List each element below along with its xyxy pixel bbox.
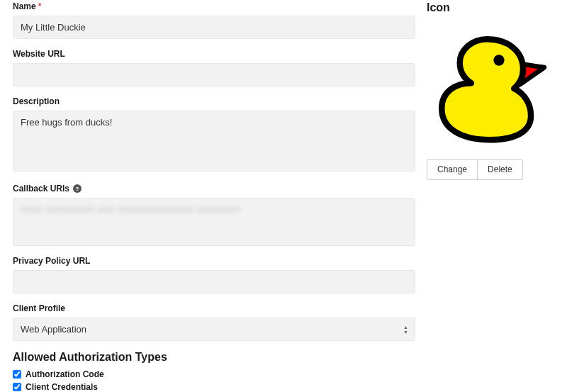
name-label: Name*	[13, 1, 415, 11]
client-profile-select[interactable]: Web Application	[13, 318, 415, 341]
callback-uris-field: Callback URIs ? #### ######### ### #####…	[13, 184, 415, 246]
redacted-callback-value: #### ######### ### ############## ######…	[21, 204, 240, 215]
callback-uris-textarea[interactable]: #### ######### ### ############## ######…	[13, 198, 415, 246]
privacy-policy-url-label: Privacy Policy URL	[13, 256, 415, 266]
auth-type-row-client-credentials: Client Credentials	[13, 382, 415, 392]
required-mark: *	[38, 1, 42, 11]
privacy-policy-url-field: Privacy Policy URL	[13, 256, 415, 293]
duck-icon	[427, 24, 547, 145]
name-input[interactable]	[13, 16, 415, 39]
description-label: Description	[13, 96, 415, 106]
client-profile-selected: Web Application	[21, 324, 86, 335]
icon-preview	[427, 24, 547, 145]
icon-button-group: Change Delete	[427, 159, 554, 180]
client-profile-field: Client Profile Web Application ▲▼	[13, 303, 415, 341]
auth-type-label-authorization-code: Authorization Code	[26, 369, 104, 379]
website-url-label: Website URL	[13, 49, 415, 59]
auth-type-checkbox-client-credentials[interactable]	[13, 383, 21, 391]
change-icon-button[interactable]: Change	[427, 159, 478, 180]
info-icon[interactable]: ?	[73, 184, 82, 193]
allowed-auth-types-heading: Allowed Authorization Types	[13, 351, 415, 364]
website-url-field: Website URL	[13, 49, 415, 86]
description-field: Description Free hugs from ducks!	[13, 96, 415, 174]
delete-icon-button[interactable]: Delete	[477, 159, 523, 180]
auth-type-checkbox-authorization-code[interactable]	[13, 370, 21, 379]
privacy-policy-url-input[interactable]	[13, 270, 415, 293]
client-profile-label: Client Profile	[13, 303, 415, 313]
website-url-input[interactable]	[13, 63, 415, 86]
callback-uris-label: Callback URIs ?	[13, 184, 415, 194]
chevron-updown-icon: ▲▼	[403, 325, 408, 335]
auth-type-row-authorization-code: Authorization Code	[13, 369, 415, 379]
svg-point-0	[493, 55, 504, 65]
auth-type-label-client-credentials: Client Credentials	[26, 382, 98, 392]
description-textarea[interactable]: Free hugs from ducks!	[13, 111, 415, 172]
icon-heading: Icon	[427, 1, 554, 14]
name-field: Name*	[13, 1, 415, 39]
